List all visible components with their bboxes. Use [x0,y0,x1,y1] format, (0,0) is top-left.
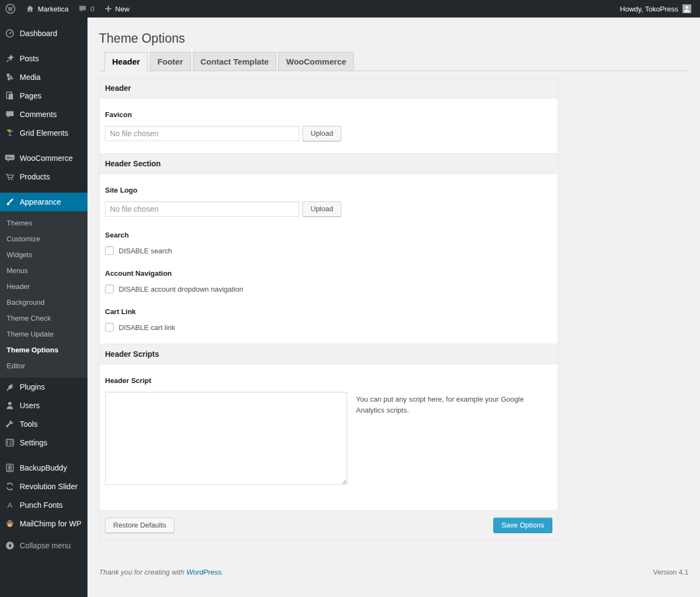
sidebar-item-label: BackupBuddy [20,463,67,472]
tab-contact-template[interactable]: Contact Template [193,52,277,71]
sidebar-item-label: Products [20,172,50,181]
disable-search-label: DISABLE search [119,247,172,255]
favicon-file-input[interactable] [105,126,299,141]
site-logo-upload-button[interactable]: Upload [302,201,341,217]
comment-bubble-icon [78,4,87,13]
sidebar-item-appearance[interactable]: Appearance [0,193,88,211]
site-name-link[interactable]: Marketica [21,0,73,18]
submenu-item-theme-update[interactable]: Theme Update [0,326,88,342]
section-header-section: Header Section [100,153,558,174]
footer-thanks-text: Thank you for creating with WordPress. [99,568,224,576]
sidebar-item-media[interactable]: Media [0,68,88,86]
sidebar-item-woocommerce[interactable]: Woo WooCommerce [0,149,88,167]
wordpress-logo-menu[interactable] [0,0,21,18]
sidebar-item-label: Plugins [20,382,45,391]
circular-arrows-icon [4,482,15,491]
tab-footer[interactable]: Footer [150,52,191,71]
account-menu[interactable]: Howdy, TokoPress [617,0,695,18]
disable-cart-link-checkbox[interactable] [105,323,114,332]
sidebar-item-label: Tools [20,420,38,428]
sidebar-item-mailchimp[interactable]: MailChimp for WP [0,514,88,533]
version-label: Version 4.1 [653,568,689,576]
plug-icon [4,382,15,392]
new-label: New [115,5,130,13]
media-icon [4,72,15,82]
mailchimp-monkey-icon [4,519,15,529]
sidebar-item-label: Revolution Slider [20,482,78,491]
sidebar-item-grid-elements[interactable]: Grid Elements [0,124,88,142]
restore-defaults-button[interactable]: Restore Defaults [105,518,174,533]
submenu-item-themes[interactable]: Themes [0,215,88,231]
sidebar-item-label: Dashboard [20,29,57,38]
sidebar-item-products[interactable]: Products [0,167,88,186]
header-script-description: You can put any script here, for example… [356,392,528,416]
sidebar-item-settings[interactable]: Settings [0,433,88,452]
disable-cart-link-label: DISABLE cart link [119,323,175,332]
howdy-label: Howdy, TokoPress [620,5,678,13]
plus-icon [104,5,112,13]
wrench-icon [4,419,15,429]
admin-bar: Marketica 0 New Howdy, TokoPress [0,0,700,18]
panel-footer: Restore Defaults Save Options [100,510,558,540]
header-script-textarea[interactable] [105,392,347,485]
header-script-field: Header Script You can put any script her… [100,364,558,510]
search-field: Search DISABLE search [100,229,558,267]
submenu-item-customize[interactable]: Customize [0,231,88,247]
avatar [682,4,691,13]
new-content-menu[interactable]: New [100,0,135,18]
submenu-item-widgets[interactable]: Widgets [0,247,88,263]
sidebar-item-users[interactable]: Users [0,396,88,415]
sidebar-item-label: Settings [20,438,48,447]
thanks-prefix: Thank you for creating with [99,568,186,576]
sidebar-item-pages[interactable]: Pages [0,86,88,105]
sidebar-item-dashboard[interactable]: Dashboard [0,24,88,43]
menu-separator [0,142,88,149]
submenu-item-editor[interactable]: Editor [0,358,88,374]
site-logo-file-input[interactable] [105,201,299,217]
site-name-label: Marketica [38,5,68,13]
collapse-menu-label: Collapse menu [20,541,71,550]
menu-separator [0,186,88,193]
sidebar-item-label: Posts [20,54,39,63]
submenu-item-theme-options[interactable]: Theme Options [0,342,88,358]
cart-link-field: Cart Link DISABLE cart link [100,305,558,344]
disable-account-nav-checkbox[interactable] [105,285,114,293]
collapse-menu-button[interactable]: Collapse menu [0,536,88,555]
sidebar-item-posts[interactable]: Posts [0,49,88,68]
sidebar-item-label: Punch Fonts [20,501,63,509]
cart-icon [4,172,15,182]
sidebar-item-label: MailChimp for WP [20,519,81,528]
submenu-item-background[interactable]: Background [0,294,88,310]
comments-count: 0 [90,5,94,13]
sidebar-item-punch-fonts[interactable]: A Punch Fonts [0,496,88,514]
comments-link[interactable]: 0 [73,0,99,18]
dashboard-icon [4,28,15,38]
home-icon [26,4,34,13]
favicon-upload-button[interactable]: Upload [302,126,341,141]
page-title: Theme Options [99,30,689,47]
sidebar-item-label: Pages [20,91,42,100]
comments-icon [4,109,15,119]
submenu-item-theme-check[interactable]: Theme Check [0,310,88,326]
svg-text:Woo: Woo [7,156,14,159]
submenu-item-header[interactable]: Header [0,279,88,294]
appearance-submenu: Themes Customize Widgets Menus Header Ba… [0,211,88,378]
sidebar-item-plugins[interactable]: Plugins [0,378,88,396]
sidebar-item-comments[interactable]: Comments [0,105,88,124]
save-options-button[interactable]: Save Options [493,518,552,533]
sidebar-item-revolution-slider[interactable]: Revolution Slider [0,477,88,496]
site-logo-field: Site Logo Upload [100,174,558,229]
wordpress-link[interactable]: WordPress [186,568,221,576]
tab-header[interactable]: Header [104,52,148,71]
disable-search-checkbox[interactable] [105,246,114,255]
sidebar-item-backupbuddy[interactable]: BackupBuddy [0,459,88,477]
sidebar-item-tools[interactable]: Tools [0,415,88,433]
theme-options-panel: Header Favicon Upload Header Section Sit… [99,78,558,541]
submenu-item-menus[interactable]: Menus [0,263,88,279]
tab-woocommerce[interactable]: WooCommerce [278,52,354,71]
section-header-scripts: Header Scripts [100,344,558,364]
main-content: Theme Options HeaderFooterContact Templa… [88,0,700,587]
svg-text:A: A [7,501,12,509]
account-navigation-label: Account Navigation [105,269,552,277]
cart-link-label: Cart Link [105,308,552,316]
